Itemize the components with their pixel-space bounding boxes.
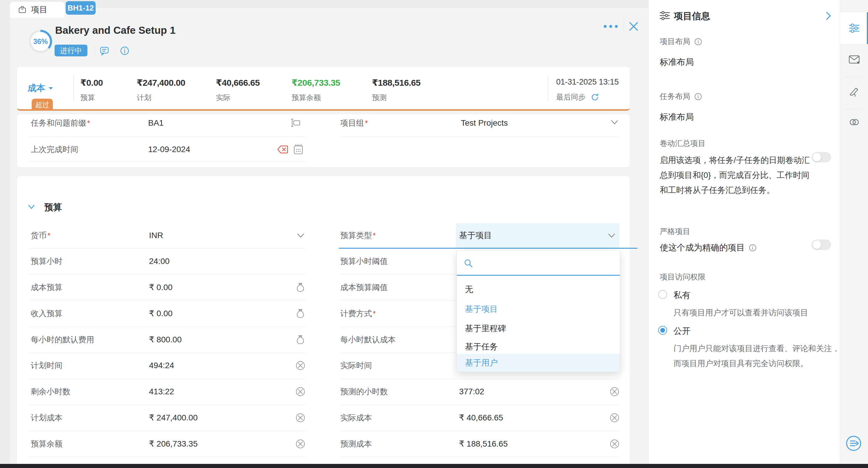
task-layout-value[interactable]: 标准布局 (660, 111, 694, 123)
locked-field-icon (295, 412, 306, 423)
dropdown-option-user-based[interactable]: 基于用户 (457, 354, 620, 372)
access-private-label[interactable]: 私有 (674, 290, 690, 301)
rename-icon[interactable] (290, 117, 302, 128)
sliders-icon[interactable] (848, 23, 860, 33)
divider (115, 46, 115, 55)
divider (846, 109, 862, 110)
over-badge-text: 超过 (35, 100, 49, 110)
strict-project-desc: 使这个成为精确的项目 (660, 242, 757, 254)
briefcase-icon (18, 5, 27, 14)
rollup-description: 启用该选项，将任务/子任务的日期卷动汇总到项目和{0}，而完成百分比、工作时间和… (660, 153, 811, 198)
currency-value[interactable]: INR (149, 230, 163, 241)
dropdown-search-input[interactable] (478, 256, 609, 270)
stat-planned-label: 计划 (137, 93, 151, 103)
stat-forecast-label: 预测 (372, 93, 386, 103)
page-title: Bakery and Cafe Setup 1 (55, 24, 176, 36)
money-bag-icon (295, 282, 306, 293)
money-bag-icon (295, 334, 306, 345)
info-icon[interactable] (748, 243, 757, 252)
actual-cost-value: ₹ 40,666.65 (459, 412, 503, 424)
revenue-budget-value[interactable]: ₹ 0.00 (149, 308, 173, 319)
locked-field-icon (295, 386, 306, 397)
cost-budget-value[interactable]: ₹ 0.00 (149, 282, 173, 293)
task-layout-label: 任务布局 (660, 91, 703, 101)
project-layout-label: 项目布局 (660, 36, 703, 47)
bottom-bar (0, 464, 868, 468)
comment-icon[interactable] (99, 45, 110, 56)
project-layout-value[interactable]: 标准布局 (660, 56, 694, 68)
link-icon[interactable] (848, 116, 860, 128)
more-icon[interactable] (602, 22, 619, 31)
field-label: 任务和问题前缀* (31, 117, 90, 129)
module-tab-label: 项目 (31, 4, 48, 15)
info-icon[interactable] (694, 37, 703, 46)
clear-icon[interactable] (277, 144, 289, 154)
access-title: 项目访问权限 (660, 272, 706, 282)
remaining-hours-value: 413:22 (149, 386, 174, 398)
divider (29, 136, 305, 137)
access-public-radio[interactable] (658, 326, 667, 335)
project-info-sidebar: 项目信息 项目布局 标准布局 任务布局 标准布局 卷动汇总项目 启用该选项，将任… (648, 0, 868, 468)
info-icon[interactable] (694, 92, 703, 101)
stat-budget-label: 预算 (81, 93, 95, 103)
section-collapse-icon[interactable] (28, 204, 35, 210)
budget-section-title: 预算 (44, 201, 62, 213)
divider (548, 75, 548, 101)
focused-field-underline (339, 248, 638, 249)
header-divider (624, 19, 624, 34)
strict-project-title: 严格项目 (660, 226, 690, 237)
last-completed-date-value[interactable]: 12-09-2024 (148, 144, 190, 155)
calendar-icon[interactable] (293, 144, 304, 155)
default-rate-value[interactable]: ₹ 800.00 (149, 334, 182, 346)
app-screen: 项目 BH1-12 36% Bakery and Cafe Setup 1 进行… (0, 0, 868, 468)
budget-section-card: 预算 货币* INR 预算小时 24:00 成本预算 ₹ 0.00 收入预算 ₹… (17, 176, 630, 468)
chevron-down-icon[interactable] (610, 119, 619, 126)
dropdown-option-none[interactable]: 无 (457, 280, 620, 299)
access-private-radio[interactable] (658, 290, 667, 299)
chevron-down-icon[interactable] (296, 233, 305, 239)
divider (29, 162, 305, 162)
task-prefix-value[interactable]: BA1 (148, 117, 164, 129)
field-label: 项目组* (340, 117, 368, 129)
budget-type-dropdown: 无 基于项目 基于里程碑 基于任务 基于用户 (457, 250, 620, 372)
metric-label: 成本 (28, 82, 45, 94)
dropdown-option-task-based[interactable]: 基于任务 (457, 338, 620, 356)
status-badge[interactable]: 进行中 (55, 45, 87, 56)
access-public-label[interactable]: 公开 (674, 325, 690, 337)
locked-field-icon (609, 439, 620, 449)
locked-field-icon (295, 360, 306, 371)
stat-budget-value: ₹0.00 (81, 78, 103, 88)
dropdown-option-project-based[interactable]: 基于项目 (457, 300, 620, 319)
pen-icon[interactable] (848, 86, 860, 97)
close-icon[interactable] (628, 21, 639, 32)
active-tab-indicator (867, 12, 868, 44)
menu-arrow-icon[interactable] (845, 435, 862, 451)
tab-project-module[interactable]: 项目 (10, 2, 65, 18)
dropdown-option-milestone-based[interactable]: 基于里程碑 (457, 319, 620, 338)
dropdown-search[interactable] (457, 251, 620, 276)
budget-type-value[interactable]: 基于项目 (459, 230, 492, 241)
money-bag-icon (295, 308, 306, 319)
stat-actual-label: 实际 (216, 93, 230, 103)
strict-project-toggle[interactable] (812, 240, 831, 250)
chevron-down-icon[interactable] (607, 233, 616, 239)
stat-planned-value: ₹247,400.00 (137, 78, 185, 88)
planned-time-value: 494:24 (149, 360, 174, 372)
rollup-toggle[interactable] (812, 152, 831, 163)
chevron-right-icon[interactable] (825, 11, 832, 21)
sidebar-title: 项目信息 (674, 10, 710, 22)
rollup-title: 卷动汇总项目 (660, 138, 706, 149)
sidebar-icon-strip (840, 0, 868, 468)
mail-icon[interactable] (848, 54, 860, 65)
stat-actual-value: ₹40,666.65 (216, 78, 259, 88)
project-code-badge[interactable]: BH1-12 (66, 1, 96, 15)
project-group-value[interactable]: Test Projects (461, 117, 508, 129)
info-icon[interactable] (119, 45, 130, 56)
budget-summary-card: 成本 ₹0.00 预算 ₹247,400.00 计划 ₹40,666.65 实际… (17, 67, 630, 111)
stat-remaining-label: 预算余额 (291, 93, 321, 103)
forecast-hours-value: 377:02 (459, 386, 484, 398)
access-public-desc: 门户用户只能对该项目进行查看、评论和关注，而项目用户对项目具有完全访问权限。 (674, 341, 845, 371)
refresh-icon[interactable] (590, 92, 599, 102)
budget-metric-selector[interactable]: 成本 (28, 82, 53, 94)
budget-hours-value[interactable]: 24:00 (149, 256, 169, 267)
